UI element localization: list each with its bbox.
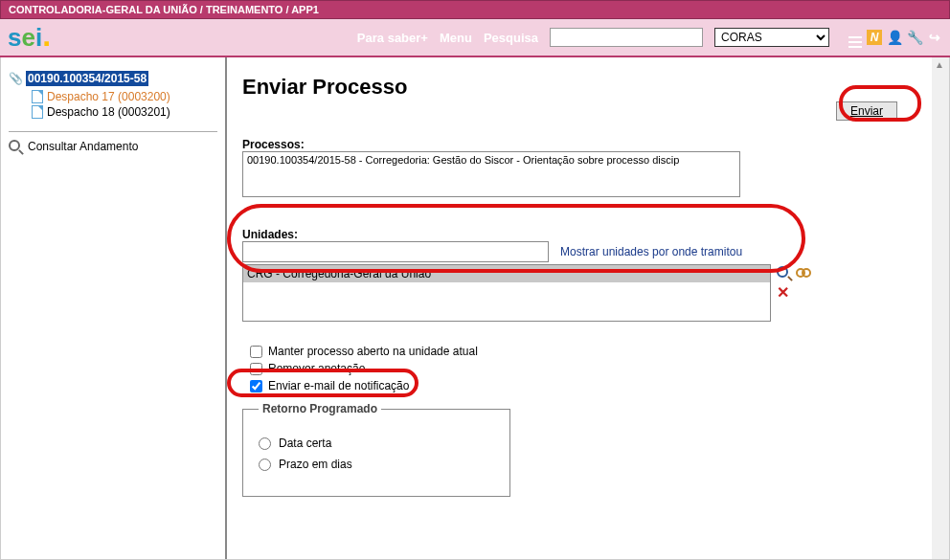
news-icon[interactable]: N — [867, 30, 882, 45]
nav-links: Para saber+ Menu Pesquisa CORAS N 👤 🔧 ↪ — [357, 28, 942, 47]
page-title: Enviar Processo — [242, 75, 922, 100]
checkbox-manter[interactable] — [250, 346, 262, 358]
scrollbar[interactable] — [932, 57, 949, 559]
unidades-input[interactable] — [242, 241, 549, 262]
check-label: Remover anotação — [268, 362, 365, 375]
unidades-icon-col: ✕ — [777, 264, 811, 299]
radio-data-certa[interactable] — [259, 437, 271, 450]
radio-data-certa-row[interactable]: Data certa — [259, 437, 494, 450]
unidades-list-item[interactable]: CRG - Corregedoria-Geral da União — [243, 265, 770, 282]
unidades-list-wrap: CRG - Corregedoria-Geral da União ✕ — [242, 264, 922, 341]
process-root[interactable]: 00190.100354/2015-58 — [9, 71, 217, 86]
enviar-button[interactable]: Enviar — [836, 101, 897, 121]
check-email[interactable]: Enviar e-mail de notificação — [250, 379, 922, 392]
nav-pesquisa[interactable]: Pesquisa — [484, 31, 538, 45]
unidades-label: Unidades: — [242, 228, 922, 241]
config-icon[interactable]: 🔧 — [907, 30, 922, 45]
processos-label: Processos: — [242, 138, 922, 151]
sei-logo: sei. — [8, 23, 51, 53]
check-label: Enviar e-mail de notificação — [268, 379, 409, 392]
nav-saber[interactable]: Para saber+ — [357, 31, 428, 45]
breadcrumb-bar: CONTROLADORIA-GERAL DA UNIÃO / TREINAMEN… — [0, 0, 950, 19]
radio-label: Data certa — [279, 437, 331, 450]
radio-label: Prazo em dias — [279, 458, 352, 471]
binoculars-icon[interactable] — [796, 266, 811, 280]
processos-value: 00190.100354/2015-58 - Corregedoria: Ges… — [247, 154, 679, 166]
checkbox-remover[interactable] — [250, 363, 262, 375]
remove-unit-icon[interactable]: ✕ — [777, 287, 811, 299]
header-bar: sei. Para saber+ Menu Pesquisa CORAS N 👤… — [0, 19, 950, 57]
check-remover[interactable]: Remover anotação — [250, 362, 922, 375]
check-label: Manter processo aberto na unidade atual — [268, 345, 478, 358]
main-panel: Enviar Processo Enviar Processos: 00190.… — [227, 57, 949, 559]
process-number: 00190.100354/2015-58 — [26, 71, 148, 86]
toolbar-icons: N 👤 🔧 ↪ — [848, 30, 942, 45]
search-unit-icon[interactable] — [777, 266, 792, 281]
search-icon — [9, 140, 22, 153]
nav-menu[interactable]: Menu — [440, 31, 472, 45]
user-icon[interactable]: 👤 — [887, 30, 902, 45]
doc-label: Despacho 18 (0003201) — [47, 105, 170, 119]
retorno-legend: Retorno Programado — [259, 402, 381, 415]
consult-andamento[interactable]: Consultar Andamento — [9, 140, 217, 153]
unidades-history-link[interactable]: Mostrar unidades por onde tramitou — [560, 245, 742, 258]
exit-icon[interactable]: ↪ — [927, 30, 942, 45]
divider — [9, 131, 217, 132]
unidades-row: Mostrar unidades por onde tramitou — [242, 241, 922, 262]
sidebar: 00190.100354/2015-58 Despacho 17 (000320… — [1, 57, 227, 559]
radio-prazo-row[interactable]: Prazo em dias — [259, 458, 494, 471]
unidades-listbox[interactable]: CRG - Corregedoria-Geral da União — [242, 264, 771, 322]
controls-icon[interactable] — [848, 31, 862, 44]
consult-label: Consultar Andamento — [28, 140, 138, 153]
body-area: 00190.100354/2015-58 Despacho 17 (000320… — [0, 57, 950, 560]
file-icon — [32, 105, 43, 119]
file-icon — [32, 90, 43, 103]
checkbox-email[interactable] — [250, 380, 262, 392]
radio-prazo[interactable] — [259, 459, 271, 471]
unit-select[interactable]: CORAS — [714, 28, 829, 47]
processos-textarea[interactable]: 00190.100354/2015-58 - Corregedoria: Ges… — [242, 151, 740, 197]
doc-item[interactable]: Despacho 18 (0003201) — [9, 104, 217, 120]
breadcrumb: CONTROLADORIA-GERAL DA UNIÃO / TREINAMEN… — [9, 4, 319, 15]
retorno-fieldset: Retorno Programado Data certa Prazo em d… — [242, 402, 510, 497]
clip-icon — [9, 72, 22, 85]
doc-item[interactable]: Despacho 17 (0003200) — [9, 89, 217, 104]
search-input[interactable] — [550, 28, 703, 47]
doc-label: Despacho 17 (0003200) — [47, 90, 170, 103]
check-manter[interactable]: Manter processo aberto na unidade atual — [250, 345, 922, 358]
